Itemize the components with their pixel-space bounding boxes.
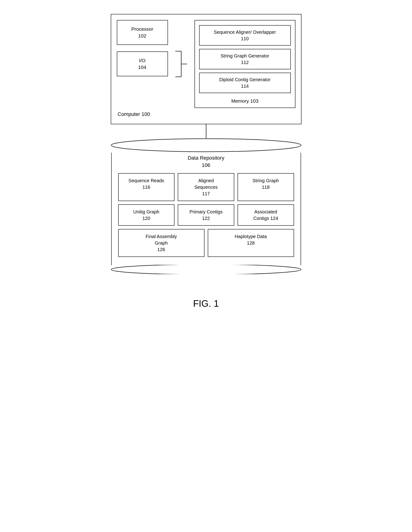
figure-label: FIG. 1 bbox=[193, 298, 219, 309]
cylinder-top-svg bbox=[111, 138, 301, 152]
sequence-aligner-box: Sequence Aligner/ Overlapper 110 bbox=[199, 25, 291, 46]
final-assembly-cell: Final AssemblyGraph126 bbox=[118, 229, 205, 257]
data-grid: Sequence Reads116 AlignedSequences117 St… bbox=[116, 173, 296, 257]
seq-aligner-line2: Overlapper bbox=[253, 29, 276, 35]
io-number: 104 bbox=[138, 64, 146, 70]
io-label: I/O bbox=[139, 57, 145, 64]
dcg-line1: Diploid Contig Generator bbox=[219, 77, 270, 82]
string-graph-gen-box: String Graph Generator 112 bbox=[199, 49, 291, 69]
primary-contigs-cell: Primary Contigs122 bbox=[178, 204, 234, 226]
repo-title: Data Repository bbox=[188, 155, 225, 161]
svg-point-5 bbox=[111, 139, 301, 152]
data-row-3: Final AssemblyGraph126 Haplotype Data128 bbox=[118, 229, 294, 257]
io-box: I/O 104 bbox=[117, 51, 168, 76]
processor-box: Processor 102 bbox=[117, 20, 168, 45]
processor-label: Processor bbox=[131, 26, 153, 32]
cylinder: Data Repository 106 Sequence Reads116 Al… bbox=[111, 138, 301, 275]
unitig-graph-cell: Unitig Graph120 bbox=[118, 204, 175, 226]
page-container: Processor 102 I/O 104 bbox=[102, 14, 311, 309]
sgg-line1: String Graph Generator bbox=[221, 53, 269, 58]
haplotype-data-cell: Haplotype Data128 bbox=[208, 229, 294, 257]
dcg-line2: 114 bbox=[241, 84, 249, 89]
computer-label: Computer 100 bbox=[117, 111, 295, 117]
v-connector-svg bbox=[199, 124, 213, 138]
data-row-1: Sequence Reads116 AlignedSequences117 St… bbox=[118, 173, 294, 201]
processor-number: 102 bbox=[138, 32, 146, 39]
data-repository-container: Data Repository 106 Sequence Reads116 Al… bbox=[111, 138, 301, 275]
diploid-contig-gen-box: Diploid Contig Generator 114 bbox=[199, 73, 291, 93]
seq-aligner-line1: Sequence Aligner/ bbox=[214, 29, 252, 35]
assoc-contigs-cell: AssociatedContigs 124 bbox=[237, 204, 294, 226]
aligned-seq-cell: AlignedSequences117 bbox=[178, 173, 234, 201]
right-column: Sequence Aligner/ Overlapper 110 String … bbox=[195, 20, 295, 108]
sgg-line2: 112 bbox=[241, 60, 249, 65]
string-graph-cell: String Graph118 bbox=[237, 173, 294, 201]
left-column: Processor 102 I/O 104 bbox=[117, 20, 168, 108]
computer-box: Processor 102 I/O 104 bbox=[111, 14, 301, 124]
repo-number: 106 bbox=[202, 162, 210, 168]
memory-box: Sequence Aligner/ Overlapper 110 String … bbox=[195, 20, 295, 108]
connector-lines-svg bbox=[175, 38, 187, 90]
computer-inner: Processor 102 I/O 104 bbox=[117, 20, 295, 108]
data-row-2: Unitig Graph120 Primary Contigs122 Assoc… bbox=[118, 204, 294, 226]
seq-reads-cell: Sequence Reads116 bbox=[118, 173, 175, 201]
svg-point-6 bbox=[111, 265, 301, 274]
seq-aligner-line3: 110 bbox=[241, 36, 249, 41]
repo-title-area: Data Repository 106 bbox=[116, 153, 296, 173]
cylinder-bottom-svg bbox=[111, 265, 301, 274]
memory-label: Memory 103 bbox=[199, 98, 291, 104]
